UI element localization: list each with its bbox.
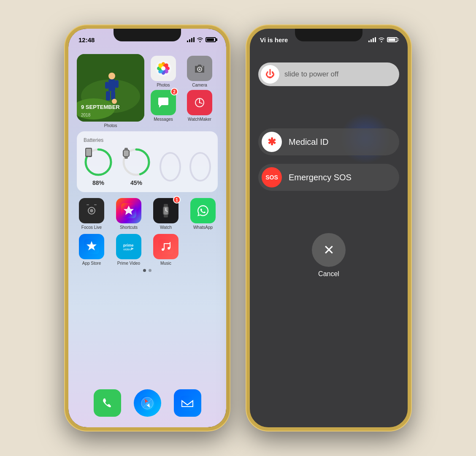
app-watchmaker[interactable]: WatchMaker (185, 90, 214, 122)
dock-phone[interactable] (94, 389, 121, 417)
wifi-icon (197, 37, 203, 42)
watch-badge: 1 (173, 196, 181, 204)
cancel-area: ✕ Cancel (312, 233, 346, 278)
svg-point-9 (112, 99, 117, 104)
prime-svg: prime video (121, 239, 136, 254)
app-messages-label: Messages (154, 117, 173, 122)
right-battery-icon (387, 37, 398, 42)
app-photos[interactable]: Photos (149, 56, 178, 87)
medical-id-text: Medical ID (289, 137, 328, 147)
svg-rect-48 (94, 204, 97, 205)
svg-rect-4 (108, 79, 115, 91)
battery-icon (206, 37, 216, 42)
svg-rect-63 (164, 243, 165, 250)
app-messages[interactable]: 2 Messages (149, 90, 178, 122)
app-camera[interactable]: Camera (185, 56, 214, 87)
medical-circle: ✱ (262, 132, 282, 152)
app-whatsapp[interactable]: WhatsApp (188, 198, 218, 230)
svg-text:2018: 2018 (81, 113, 91, 117)
home-screen: 12:48 (68, 29, 226, 427)
watchmaker-svg-icon (192, 95, 207, 110)
cancel-x-icon: ✕ (323, 242, 335, 258)
right-phone-screen: Vi is here (250, 29, 408, 427)
svg-point-25 (202, 66, 203, 68)
page-dot-1 (143, 269, 146, 272)
svg-rect-47 (87, 204, 89, 205)
right-wifi-icon (378, 37, 385, 42)
svg-point-3 (108, 73, 115, 79)
notification-text: Vi is here (260, 36, 288, 43)
app-photos-label: Photos (157, 83, 170, 87)
phone-battery-pct: 88% (92, 179, 104, 186)
medical-star-icon: ✱ (268, 136, 276, 148)
svg-rect-65 (164, 243, 170, 244)
svg-rect-66 (100, 396, 115, 411)
svg-rect-8 (115, 80, 119, 88)
app-prime[interactable]: prime video Prime Video (114, 234, 143, 266)
app-music[interactable]: Music (151, 234, 181, 266)
medical-id-btn[interactable]: ✱ Medical ID (258, 128, 399, 155)
appstore-icon (79, 234, 104, 259)
app-camera-label: Camera (192, 83, 207, 87)
sos-circle: SOS (262, 167, 282, 187)
messages-svg-icon (156, 95, 171, 110)
emergency-sos-btn[interactable]: SOS Emergency SOS (258, 164, 399, 191)
app-shortcuts[interactable]: Shortcuts (114, 198, 143, 230)
emergency-sos-text: Emergency SOS (289, 173, 352, 182)
watch-device-icon (122, 147, 131, 159)
shortcuts-icon (116, 198, 141, 223)
music-icon (153, 234, 178, 259)
photos-icon (151, 56, 176, 81)
dock (68, 385, 226, 421)
power-btn-circle: ⏻ (261, 65, 279, 84)
power-content: ⏻ slide to power off ✱ Medical ID SOS (258, 62, 399, 278)
svg-point-32 (199, 102, 200, 103)
sos-label-icon: SOS (265, 174, 278, 181)
app-music-label: Music (160, 261, 171, 266)
svg-rect-62 (158, 239, 173, 254)
right-status-icons (368, 37, 398, 42)
right-signal-icon (368, 37, 376, 42)
batteries-row: 88% (84, 147, 211, 186)
dock-mail[interactable] (174, 389, 201, 417)
slide-to-power-text: slide to power off (284, 70, 338, 79)
music-svg (158, 239, 173, 254)
batteries-widget: Batteries (77, 131, 218, 192)
whatsapp-svg (195, 203, 211, 218)
camera-icon (187, 56, 212, 81)
svg-rect-64 (170, 242, 170, 248)
svg-point-21 (161, 66, 165, 71)
cancel-text: Cancel (318, 270, 339, 278)
cancel-button[interactable]: ✕ (312, 233, 346, 267)
dock-safari-svg (140, 396, 155, 411)
app-focos[interactable]: Focos Live (77, 198, 106, 230)
photo-widget[interactable]: 9 SEPTEMBER 2018 (77, 54, 144, 122)
app-watch-label: Watch (160, 225, 172, 230)
watch-app-icon: 1 (153, 198, 178, 223)
phone-device-icon (84, 147, 94, 157)
watch-battery-item: 45% (122, 147, 151, 186)
page-dots (77, 269, 218, 272)
svg-rect-54 (164, 215, 168, 217)
svg-rect-41 (124, 150, 129, 156)
app-focos-label: Focos Live (81, 225, 102, 230)
left-phone-screen: 12:48 (68, 29, 226, 427)
watch-battery-circle (122, 147, 151, 177)
app-prime-label: Prime Video (117, 261, 140, 266)
shortcuts-svg (121, 203, 136, 218)
phone-battery-circle (84, 147, 113, 177)
empty-battery-circle-2 (189, 152, 211, 182)
messages-icon: 2 (151, 90, 176, 115)
slide-to-power-btn[interactable]: ⏻ slide to power off (258, 62, 399, 86)
page-dot-2 (149, 269, 151, 272)
svg-rect-6 (111, 91, 115, 100)
notch (114, 29, 181, 41)
right-phone: Vi is here (246, 25, 411, 431)
right-notch (295, 29, 362, 41)
watchmaker-icon (187, 90, 212, 115)
svg-rect-5 (106, 91, 110, 100)
app-whatsapp-label: WhatsApp (193, 225, 213, 230)
app-appstore[interactable]: App Store (77, 234, 106, 266)
dock-safari[interactable] (134, 389, 161, 417)
app-watch[interactable]: 1 Watch (151, 198, 181, 230)
